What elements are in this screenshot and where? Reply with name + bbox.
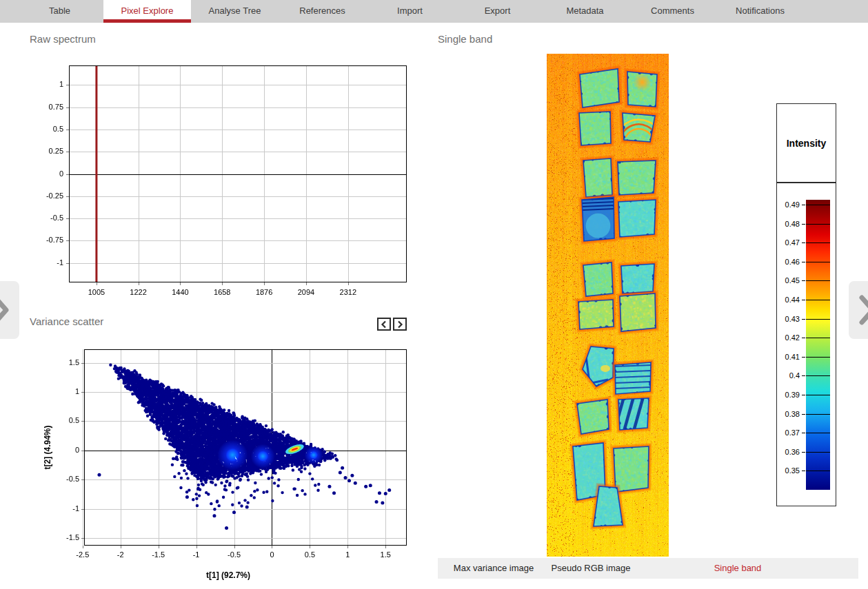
tab-references[interactable]: References xyxy=(279,0,366,23)
tab-metadata[interactable]: Metadata xyxy=(541,0,629,23)
tab-single-band[interactable]: Single band xyxy=(714,558,762,579)
variance-scatter-title: Variance scatter xyxy=(30,316,103,327)
legend-tick-label: 0.36 xyxy=(777,448,800,456)
legend-tick-label: 0.39 xyxy=(777,391,800,399)
legend-tick-line xyxy=(806,224,830,225)
legend-tick-mark xyxy=(802,452,805,453)
legend-tick-mark xyxy=(802,433,805,433)
scatter-next-button[interactable] xyxy=(393,318,407,331)
legend-tick-label: 0.47 xyxy=(777,238,800,247)
legend-tick-label: 0.4 xyxy=(777,371,800,380)
legend-tick-mark xyxy=(802,357,805,358)
legend-tick-label: 0.35 xyxy=(777,466,800,475)
legend-tick-line xyxy=(806,452,830,453)
page-left-arrow-button[interactable] xyxy=(0,281,19,339)
legend-tick-mark xyxy=(802,280,805,281)
tab-notifications[interactable]: Notifications xyxy=(716,0,804,23)
single-band-title: Single band xyxy=(438,33,492,45)
scatter-prev-button[interactable] xyxy=(377,318,391,331)
legend-tick-mark xyxy=(802,242,805,243)
legend-tick-label: 0.41 xyxy=(777,353,800,361)
legend-tick-label: 0.42 xyxy=(777,333,800,342)
legend-tick-line xyxy=(806,280,830,281)
tab-table[interactable]: Table xyxy=(16,0,103,23)
tab-pixel-explore[interactable]: Pixel Explore xyxy=(103,0,191,23)
legend-tick-line xyxy=(806,395,830,395)
chevron-right-icon xyxy=(396,320,404,329)
legend-tick-line xyxy=(806,433,830,433)
raw-spectrum-title: Raw spectrum xyxy=(30,33,96,45)
tab-max-variance-image[interactable]: Max variance image xyxy=(454,558,534,579)
chevron-right-icon xyxy=(858,295,868,325)
legend-tick-line xyxy=(806,375,830,376)
legend-tick-line xyxy=(806,414,830,415)
legend-tick-mark xyxy=(802,262,805,262)
legend-tick-label: 0.46 xyxy=(777,258,800,266)
chevron-right-icon xyxy=(0,295,10,325)
tab-comments[interactable]: Comments xyxy=(629,0,716,23)
legend-tick-label: 0.49 xyxy=(777,200,800,209)
legend-tick-label: 0.38 xyxy=(777,410,800,418)
legend-tick-line xyxy=(806,357,830,358)
legend-title: Intensity xyxy=(787,138,827,149)
chevron-left-icon xyxy=(380,320,388,329)
legend-title-box: Intensity xyxy=(776,103,836,183)
legend-tick-label: 0.48 xyxy=(777,220,800,228)
legend-tick-label: 0.44 xyxy=(777,296,800,304)
legend-tick-mark xyxy=(802,471,805,471)
legend-tick-mark xyxy=(802,205,805,205)
legend-tick-label: 0.45 xyxy=(777,276,800,285)
single-band-image[interactable] xyxy=(547,54,669,557)
legend-tick-mark xyxy=(802,395,805,395)
legend-tick-line xyxy=(806,319,830,320)
legend-tick-line xyxy=(806,338,830,338)
top-nav: Table Pixel Explore Analyse Tree Referen… xyxy=(0,0,868,23)
legend-tick-mark xyxy=(802,300,805,300)
legend-tick-mark xyxy=(802,338,805,338)
legend-tick-mark xyxy=(802,414,805,415)
legend-tick-line xyxy=(806,471,830,471)
tab-export[interactable]: Export xyxy=(454,0,541,23)
page-right-arrow-button[interactable] xyxy=(849,281,868,339)
legend-tick-label: 0.43 xyxy=(777,315,800,323)
intensity-colorbar: 0.490.480.470.460.450.440.430.420.410.40… xyxy=(776,183,836,506)
legend-tick-line xyxy=(806,242,830,243)
variance-scatter-chart[interactable] xyxy=(24,343,424,589)
legend-tick-line xyxy=(806,205,830,205)
legend-tick-mark xyxy=(802,375,805,376)
tab-analyse-tree[interactable]: Analyse Tree xyxy=(191,0,279,23)
tab-pseudo-rgb-image[interactable]: Pseudo RGB image xyxy=(552,558,631,579)
image-mode-tabbar: Max variance image Pseudo RGB image Sing… xyxy=(438,558,858,579)
legend-tick-label: 0.37 xyxy=(777,428,800,437)
legend-tick-line xyxy=(806,262,830,262)
legend-tick-mark xyxy=(802,319,805,320)
raw-spectrum-chart[interactable] xyxy=(38,61,417,302)
colorbar-gradient xyxy=(806,200,830,490)
legend-tick-mark xyxy=(802,224,805,225)
tab-import[interactable]: Import xyxy=(366,0,454,23)
legend-tick-line xyxy=(806,300,830,300)
